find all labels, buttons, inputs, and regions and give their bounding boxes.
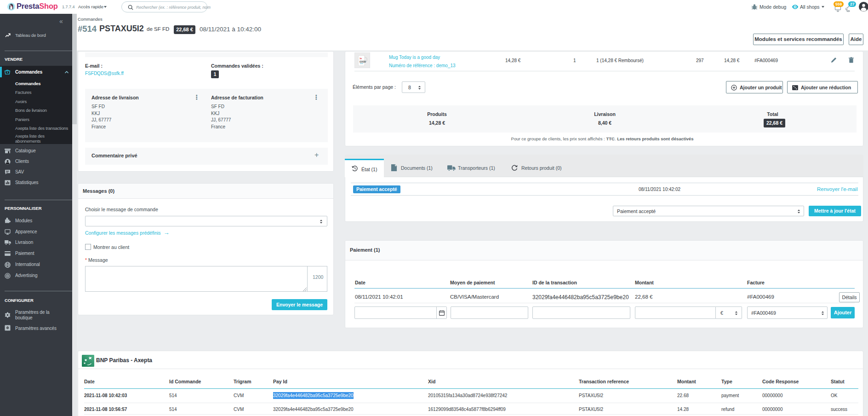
svg-text:I♥: I♥: [360, 57, 362, 60]
svg-text:GOOD: GOOD: [360, 61, 366, 63]
